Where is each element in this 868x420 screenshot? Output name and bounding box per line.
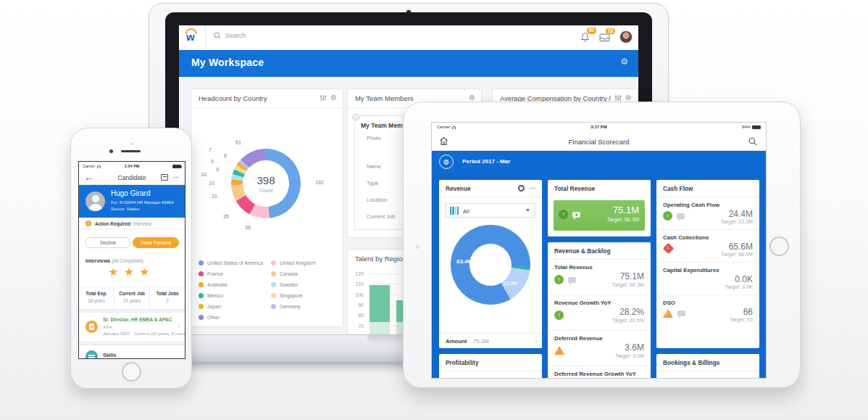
kpi-row[interactable]: Deferred Revenue 3.6M Target: 3.0M (548, 331, 651, 366)
more-menu-icon[interactable]: ⋯ (173, 173, 180, 181)
headcount-card: Headcount by Country ⚙︎ 398 Count 51 (191, 88, 343, 327)
filter-sliders-icon[interactable] (614, 94, 622, 102)
profitability-card: Profitability (439, 354, 542, 379)
kpi-row[interactable]: DSO 66 Target: 63 (656, 295, 759, 327)
card-title: Bookings & Billings (663, 359, 719, 366)
phone-earpiece (121, 150, 141, 152)
card-settings-gear-icon[interactable]: ⚙︎ (330, 94, 337, 102)
panel-handle-icon[interactable] (352, 113, 360, 121)
star-rating: ★★★ (79, 265, 185, 279)
mini-chart-icon (450, 207, 459, 215)
action-required-bar: ! Action Required: Interview (79, 218, 185, 229)
card-title: Cash Flow (663, 185, 693, 192)
page-title: My Workspace (191, 57, 264, 68)
card-title: Profitability (446, 359, 479, 366)
comment-bubble-icon[interactable] (677, 213, 685, 219)
card-settings-gear-icon[interactable]: ⚙︎ (469, 94, 475, 102)
revenue-backlog-card: Revenue & Backlog Total Revenue ↑ 75.1M … (548, 242, 651, 379)
more-menu-icon[interactable]: ⋯ (530, 184, 537, 192)
revenue-filter-select[interactable]: All ▼ (446, 203, 535, 218)
bookings-card: Bookings & Billings Bookings (656, 354, 759, 379)
search-icon (214, 32, 221, 39)
decision-buttons: Decline Move Forward (79, 229, 185, 255)
candidate-requisition: For: R-00044 HR Manager-EMEA (111, 200, 174, 205)
skills-icon (85, 350, 98, 359)
chevron-down-icon: ▼ (525, 207, 530, 213)
card-title: Headcount by Country (199, 94, 267, 102)
workday-logo[interactable]: w (179, 25, 206, 49)
battery-percent: 94% (742, 125, 751, 129)
kpi-target: Target: 66.3M (606, 216, 639, 223)
notifications-button[interactable]: 60 (580, 32, 590, 42)
battery-icon (752, 125, 761, 129)
tablet-statusbar: Carrier 3:17 PM 94% (432, 123, 766, 132)
search-placeholder: Search (225, 32, 246, 39)
kpi-row[interactable]: Cash Collections 65.6M Target: 68.0M (656, 230, 759, 263)
kpi-row[interactable]: Deferred Revenue Growth YoY (548, 366, 651, 379)
kpi-target: Target: 3.0M (615, 353, 644, 359)
compose-icon[interactable] (161, 174, 168, 181)
workspace-banner: My Workspace ⚙︎ (179, 50, 638, 77)
card-title: Total Revenue (554, 185, 595, 192)
warning-triangle-icon (554, 346, 564, 355)
kpi-target: Target: 20.5% (612, 317, 644, 324)
filter-value: All (463, 208, 470, 215)
y-tick: 70 (348, 323, 364, 328)
kpi-target: Target: 68.0M (721, 251, 753, 258)
kpi-value: 65.6M (729, 242, 753, 252)
y-tick: 100 (348, 292, 364, 297)
amount-row[interactable]: Amount 75.3M › (439, 333, 542, 348)
phone-home-button[interactable] (122, 362, 141, 382)
comment-bubble-icon[interactable] (677, 310, 685, 316)
decline-button[interactable]: Decline (85, 237, 131, 248)
tablet-device: Carrier 3:17 PM 94% Financial Scorecard … (403, 102, 801, 388)
job-history-item[interactable]: Sr. Director, HR EMEA & APAC AXA January… (79, 313, 185, 342)
kpi-target: Target: 23.3M (721, 218, 753, 225)
card-title: Revenue (446, 185, 471, 192)
device-mockup-scene: w Search 60 23 (0, 0, 868, 420)
slice-label: 10.9M (503, 280, 518, 287)
job-document-icon (85, 321, 98, 333)
total-revenue-tile[interactable]: ↑ 1 75.1M Target: 66.3M (554, 200, 645, 231)
kpi-value: 0.0K (735, 274, 753, 284)
comment-bubble-icon[interactable]: 1 (572, 212, 580, 218)
kpi-target: Target: 0.0K (725, 284, 753, 290)
period-label: Period 2017 - Mar (462, 158, 510, 165)
search-icon[interactable] (748, 137, 757, 146)
search-input[interactable]: Search (214, 32, 246, 39)
stat-cell: Total Jobs 3 (150, 287, 185, 309)
legend-item: United Kingdom (271, 258, 336, 268)
phone-screen: Carrier 1:54 PM ← Candidate ⋯ Hugo Girar… (78, 161, 185, 359)
tablet-home-button[interactable] (769, 236, 789, 256)
down-arrow-icon: ↓ (663, 211, 672, 221)
inbox-button[interactable]: 23 (599, 33, 610, 42)
card-settings-gear-icon[interactable]: ⚙︎ (625, 94, 632, 102)
inbox-badge: 23 (606, 28, 615, 35)
kpi-row[interactable]: Revenue Growth YoY ↑ 28.2% Target: 20.5% (548, 295, 651, 331)
period-settings-gear-icon[interactable]: ⚙︎ (439, 155, 454, 169)
stat-cell: Current Job 10 years (114, 287, 150, 309)
pie-value-label: 192 (315, 180, 324, 185)
y-tick: 80 (348, 313, 364, 318)
skills-section[interactable]: Skills (79, 345, 185, 359)
user-avatar[interactable] (619, 30, 633, 44)
kpi-row[interactable]: Operating Cash Flow ↓ 24.4M Target: 23.3… (656, 197, 759, 230)
donut-center-value: 398 (256, 174, 275, 186)
donut-center-label: Count (259, 188, 273, 193)
refresh-ring-icon[interactable] (518, 185, 525, 192)
kpi-row[interactable]: Capital Expenditures 0.0K Target: 0.0K (656, 263, 759, 295)
kpi-value: 66 (743, 307, 753, 317)
move-forward-button[interactable]: Move Forward (133, 237, 179, 248)
chevron-right-icon: › (535, 337, 538, 345)
comment-bubble-icon[interactable] (568, 277, 576, 283)
tablet-camera (416, 245, 420, 249)
filter-sliders-icon[interactable] (320, 94, 327, 102)
kpi-value: 3.6M (625, 342, 644, 353)
kpi-value: 75.1M (620, 271, 644, 281)
pie-value-label: 6 (224, 153, 227, 158)
workspace-settings-gear-icon[interactable]: ⚙︎ (620, 57, 628, 67)
kpi-value: 28.2% (619, 307, 644, 317)
kpi-value: 24.4M (729, 209, 753, 219)
kpi-row[interactable]: Total Revenue ↑ 75.1M Target: 66.3M (548, 260, 651, 295)
period-bar: ⚙︎ Period 2017 - Mar (432, 151, 766, 173)
